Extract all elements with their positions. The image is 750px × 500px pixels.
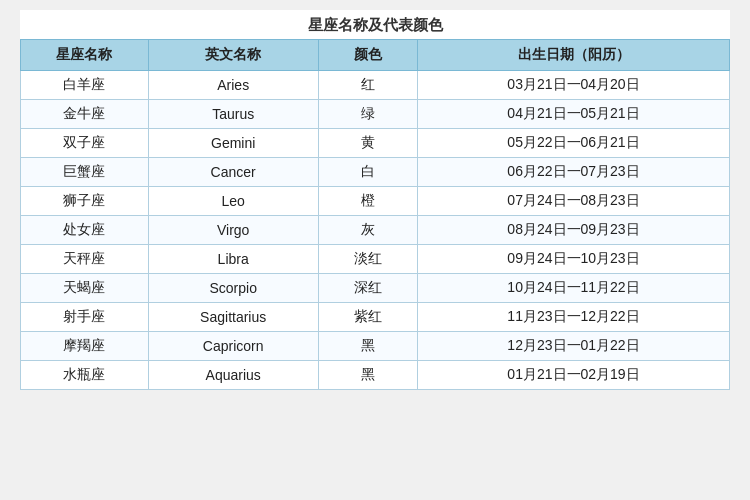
- cell-date-0: 03月21日一04月20日: [418, 71, 730, 100]
- cell-date-10: 01月21日一02月19日: [418, 361, 730, 390]
- cell-zh-8: 射手座: [21, 303, 149, 332]
- cell-en-9: Capricorn: [148, 332, 318, 361]
- cell-date-9: 12月23日一01月22日: [418, 332, 730, 361]
- cell-color-2: 黄: [318, 129, 417, 158]
- cell-color-3: 白: [318, 158, 417, 187]
- header-color: 颜色: [318, 40, 417, 71]
- cell-date-1: 04月21日一05月21日: [418, 100, 730, 129]
- cell-zh-7: 天蝎座: [21, 274, 149, 303]
- table-row: 双子座Gemini黄05月22日一06月21日: [21, 129, 730, 158]
- cell-zh-6: 天秤座: [21, 245, 149, 274]
- cell-color-0: 红: [318, 71, 417, 100]
- cell-color-8: 紫红: [318, 303, 417, 332]
- cell-en-4: Leo: [148, 187, 318, 216]
- table-row: 摩羯座Capricorn黑12月23日一01月22日: [21, 332, 730, 361]
- table-row: 天秤座Libra淡红09月24日一10月23日: [21, 245, 730, 274]
- cell-zh-5: 处女座: [21, 216, 149, 245]
- cell-date-3: 06月22日一07月23日: [418, 158, 730, 187]
- page-title: 星座名称及代表颜色: [20, 10, 730, 39]
- cell-en-3: Cancer: [148, 158, 318, 187]
- header-en: 英文名称: [148, 40, 318, 71]
- cell-en-8: Sagittarius: [148, 303, 318, 332]
- cell-color-9: 黑: [318, 332, 417, 361]
- cell-color-4: 橙: [318, 187, 417, 216]
- cell-date-2: 05月22日一06月21日: [418, 129, 730, 158]
- cell-date-4: 07月24日一08月23日: [418, 187, 730, 216]
- cell-date-5: 08月24日一09月23日: [418, 216, 730, 245]
- table-row: 水瓶座Aquarius黑01月21日一02月19日: [21, 361, 730, 390]
- cell-color-5: 灰: [318, 216, 417, 245]
- cell-zh-1: 金牛座: [21, 100, 149, 129]
- cell-zh-10: 水瓶座: [21, 361, 149, 390]
- zodiac-table: 星座名称 英文名称 颜色 出生日期（阳历） 白羊座Aries红03月21日一04…: [20, 39, 730, 390]
- header-date: 出生日期（阳历）: [418, 40, 730, 71]
- cell-date-8: 11月23日一12月22日: [418, 303, 730, 332]
- cell-zh-9: 摩羯座: [21, 332, 149, 361]
- cell-en-7: Scorpio: [148, 274, 318, 303]
- table-row: 射手座Sagittarius紫红11月23日一12月22日: [21, 303, 730, 332]
- cell-color-6: 淡红: [318, 245, 417, 274]
- cell-zh-4: 狮子座: [21, 187, 149, 216]
- table-row: 白羊座Aries红03月21日一04月20日: [21, 71, 730, 100]
- table-row: 天蝎座Scorpio深红10月24日一11月22日: [21, 274, 730, 303]
- cell-en-1: Taurus: [148, 100, 318, 129]
- cell-en-0: Aries: [148, 71, 318, 100]
- cell-en-6: Libra: [148, 245, 318, 274]
- cell-en-2: Gemini: [148, 129, 318, 158]
- header-zh: 星座名称: [21, 40, 149, 71]
- cell-zh-2: 双子座: [21, 129, 149, 158]
- cell-color-10: 黑: [318, 361, 417, 390]
- table-row: 处女座Virgo灰08月24日一09月23日: [21, 216, 730, 245]
- cell-en-10: Aquarius: [148, 361, 318, 390]
- table-header-row: 星座名称 英文名称 颜色 出生日期（阳历）: [21, 40, 730, 71]
- table-row: 狮子座Leo橙07月24日一08月23日: [21, 187, 730, 216]
- cell-date-7: 10月24日一11月22日: [418, 274, 730, 303]
- table-row: 巨蟹座Cancer白06月22日一07月23日: [21, 158, 730, 187]
- cell-en-5: Virgo: [148, 216, 318, 245]
- table-row: 金牛座Taurus绿04月21日一05月21日: [21, 100, 730, 129]
- main-container: 星座名称及代表颜色 星座名称 英文名称 颜色 出生日期（阳历） 白羊座Aries…: [20, 10, 730, 390]
- cell-date-6: 09月24日一10月23日: [418, 245, 730, 274]
- cell-zh-3: 巨蟹座: [21, 158, 149, 187]
- cell-color-1: 绿: [318, 100, 417, 129]
- cell-color-7: 深红: [318, 274, 417, 303]
- cell-zh-0: 白羊座: [21, 71, 149, 100]
